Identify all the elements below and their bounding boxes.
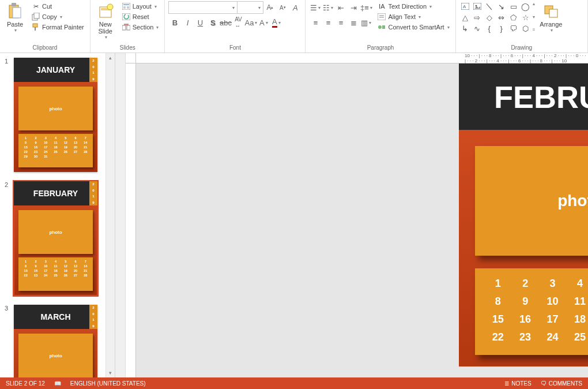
shape-rect-icon[interactable]: ▭: [508, 1, 519, 12]
group-label-font: Font: [168, 43, 301, 53]
scroll-down-icon[interactable]: ▾: [106, 368, 115, 377]
new-slide-icon: [96, 2, 115, 21]
bullets-button[interactable]: ☰▾: [309, 1, 322, 14]
shape-line-icon[interactable]: ＼: [484, 1, 495, 12]
shape-triangle-icon[interactable]: △: [459, 12, 471, 23]
shape-arrow-right-icon[interactable]: ⇨: [472, 12, 483, 23]
spell-check-icon[interactable]: 📖: [54, 380, 61, 387]
gallery-more-icon[interactable]: ≡: [533, 27, 536, 32]
notes-icon: ≣: [504, 380, 509, 387]
copy-icon: [31, 12, 40, 21]
justify-button[interactable]: ≣: [347, 16, 360, 29]
outdent-button[interactable]: ⇤: [334, 1, 347, 14]
ribbon: Paste ▾ ✂Cut Copy▾ Format Painter Clipbo…: [0, 0, 588, 53]
outdent-icon: ⇤: [338, 3, 344, 12]
arrange-button[interactable]: Arrange ▾: [537, 1, 564, 34]
comments-button[interactable]: 🗨COMMENTS: [541, 380, 582, 387]
font-color-button[interactable]: A▾: [270, 16, 282, 29]
numbering-button[interactable]: ☷▾: [322, 1, 334, 14]
section-button[interactable]: Section▾: [119, 22, 161, 32]
calendar-box[interactable]: 1234567891011121314151617181920212223242…: [475, 268, 588, 355]
shape-picture-icon[interactable]: [472, 1, 483, 12]
indent-icon: ⇥: [350, 3, 357, 12]
indent-button[interactable]: ⇥: [347, 1, 360, 14]
smartart-button[interactable]: Convert to SmartArt▾: [375, 22, 451, 32]
gallery-down-icon[interactable]: ▾: [533, 14, 536, 20]
thumb-preview[interactable]: FEBRUARY 2019 photo 12345678910111213141…: [14, 181, 97, 296]
shape-brace-l-icon[interactable]: {: [484, 23, 495, 33]
arrange-label: Arrange: [540, 21, 562, 28]
align-text-button[interactable]: Align Text▾: [375, 12, 451, 22]
align-center-button[interactable]: ≡: [322, 16, 334, 29]
spacing-button[interactable]: AV↔: [232, 16, 244, 29]
shape-arrow-lr-icon[interactable]: ⇔: [496, 12, 507, 23]
shapes-gallery[interactable]: A ＼ ↘ ▭ ◯ △ ⇨ ◇ ⇔ ⬠ ☆ ↳ ∿ { } 🗩: [459, 1, 532, 33]
highlight-button[interactable]: A▾: [257, 16, 270, 29]
shape-brace-r-icon[interactable]: }: [496, 23, 507, 33]
notes-button[interactable]: ≣NOTES: [504, 380, 531, 387]
text-direction-label: Text Direction: [388, 3, 427, 10]
svg-rect-25: [473, 3, 481, 10]
calendar-grid: 1234567891011121314151617181920212223242…: [484, 278, 588, 343]
shadow-button[interactable]: S: [206, 16, 219, 29]
italic-button[interactable]: I: [181, 16, 194, 29]
shape-star-icon[interactable]: ☆: [520, 12, 532, 23]
shape-curve-icon[interactable]: ∿: [472, 23, 483, 33]
thumb-item[interactable]: 1 JANUARY 2019 photo 1234567891011121314…: [0, 53, 115, 177]
grow-font-button[interactable]: A▴: [263, 1, 276, 14]
columns-button[interactable]: ▥▾: [360, 16, 372, 29]
layout-label: Layout: [133, 3, 152, 10]
layout-button[interactable]: Layout▾: [119, 1, 161, 12]
shape-connector-icon[interactable]: ↳: [459, 23, 471, 33]
scissors-icon: ✂: [31, 2, 40, 11]
slide[interactable]: FEBRUARY 2 0 1 9 photo 12345678910111213…: [459, 63, 588, 366]
thumb-preview[interactable]: MARCH 2019 photo: [14, 305, 97, 377]
thumb-item[interactable]: 3 MARCH 2019 photo: [0, 300, 115, 377]
copy-button[interactable]: Copy▾: [29, 12, 86, 22]
thumb-item[interactable]: 2 FEBRUARY 2019 photo 123456789101112131…: [0, 177, 115, 300]
line-spacing-button[interactable]: ‡≡▾: [360, 1, 372, 14]
reset-button[interactable]: Reset: [119, 12, 161, 22]
thumb-preview[interactable]: JANUARY 2019 photo 123456789101112131415…: [14, 58, 97, 172]
shape-pentagon-icon[interactable]: ⬠: [508, 12, 519, 23]
slide-title[interactable]: FEBRUARY 2 0 1 9: [459, 63, 588, 130]
status-slide-number[interactable]: SLIDE 2 OF 12: [6, 380, 45, 387]
thumb-scrollbar[interactable]: ▴ ▾: [105, 53, 115, 377]
cut-label: Cut: [42, 3, 52, 10]
format-painter-button[interactable]: Format Painter: [29, 22, 86, 32]
bold-button[interactable]: B: [168, 16, 181, 29]
editor-gutter: [115, 53, 126, 377]
layout-icon: [122, 2, 131, 11]
photo-placeholder[interactable]: photo: [475, 146, 588, 256]
case-button[interactable]: Aa▾: [244, 16, 257, 29]
thumb-title: JANUARY 2019: [14, 58, 97, 82]
svg-rect-11: [123, 4, 129, 5]
cut-button[interactable]: ✂Cut: [29, 1, 86, 12]
canvas[interactable]: FEBRUARY 2 0 1 9 photo 12345678910111213…: [136, 63, 588, 377]
clear-formatting-button[interactable]: A: [289, 1, 301, 14]
text-direction-button[interactable]: ⅠAText Direction▾: [375, 1, 451, 12]
shape-textbox-icon[interactable]: A: [459, 1, 471, 12]
scroll-up-icon[interactable]: ▴: [106, 53, 115, 62]
new-slide-button[interactable]: New Slide ▾: [94, 1, 117, 41]
shape-oval-icon[interactable]: ◯: [520, 1, 532, 12]
paste-button[interactable]: Paste ▾: [3, 1, 27, 34]
underline-button[interactable]: U: [194, 16, 206, 29]
smartart-icon: [377, 23, 386, 32]
copy-label: Copy: [42, 13, 57, 20]
font-name-select[interactable]: ▾: [168, 1, 238, 14]
align-left-button[interactable]: ≡: [309, 16, 322, 29]
shape-callout-icon[interactable]: 🗩: [508, 23, 519, 33]
strike-button[interactable]: abc: [219, 16, 232, 29]
thumb-number: 1: [5, 58, 10, 172]
shape-line-arrow-icon[interactable]: ↘: [496, 1, 507, 12]
font-size-select[interactable]: ▾: [237, 1, 263, 14]
shrink-font-button[interactable]: A▾: [276, 1, 289, 14]
svg-rect-22: [382, 25, 385, 29]
gallery-up-icon[interactable]: ▴: [533, 1, 536, 6]
status-language[interactable]: ENGLISH (UNITED STATES): [70, 380, 146, 387]
shape-hexagon-icon[interactable]: ⬡: [520, 23, 532, 33]
align-text-icon: [377, 12, 386, 21]
shape-diamond-icon[interactable]: ◇: [484, 12, 495, 23]
align-right-button[interactable]: ≡: [334, 16, 347, 29]
